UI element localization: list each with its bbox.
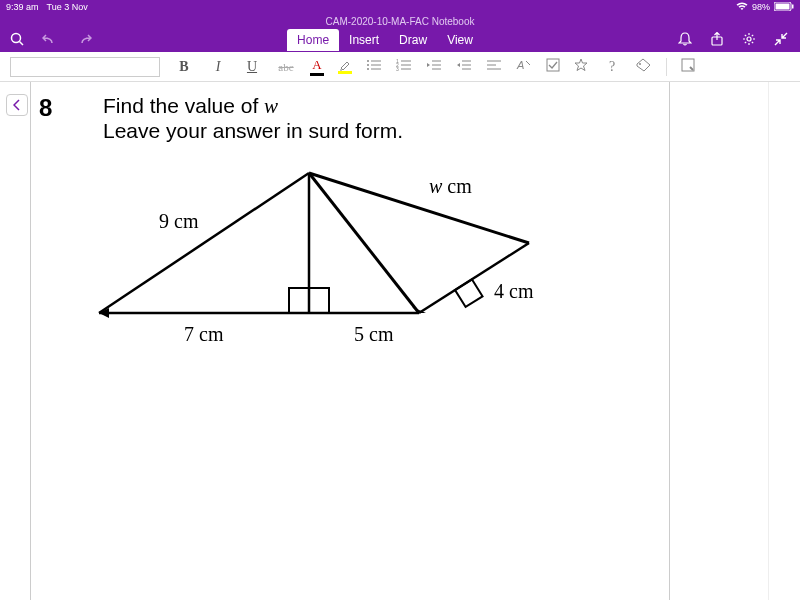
svg-line-33 <box>99 173 309 313</box>
svg-rect-29 <box>547 59 559 71</box>
tag-button[interactable] <box>636 58 652 75</box>
status-time: 9:39 am <box>6 2 39 12</box>
bold-button[interactable]: B <box>174 59 194 75</box>
undo-icon[interactable] <box>42 32 58 49</box>
tab-draw[interactable]: Draw <box>389 29 437 51</box>
document-title-row: CAM-2020-10-MA-FAC Notebook <box>0 14 800 28</box>
svg-point-11 <box>367 68 369 70</box>
label-wcm: w cm <box>429 175 472 197</box>
ipad-status-bar: 9:39 am Tue 3 Nov 98% <box>0 0 800 14</box>
fullscreen-exit-icon[interactable] <box>774 32 788 49</box>
page-options-button[interactable] <box>681 58 695 75</box>
font-color-button[interactable]: A <box>310 57 324 76</box>
svg-rect-1 <box>776 3 790 9</box>
svg-line-35 <box>309 173 529 243</box>
svg-point-9 <box>367 64 369 66</box>
geometry-diagram: 9 cm w cm 4 cm 7 cm 5 cm <box>89 163 661 387</box>
svg-line-34 <box>309 173 419 313</box>
label-4cm: 4 cm <box>494 280 534 302</box>
page-area: 8 Find the value of w Leave your answer … <box>0 82 800 600</box>
outdent-button[interactable] <box>426 58 442 75</box>
strikethrough-button[interactable]: abc <box>276 61 296 73</box>
redo-icon[interactable] <box>76 32 92 49</box>
battery-icon <box>774 2 794 13</box>
highlight-button[interactable] <box>338 59 352 74</box>
underline-button[interactable]: U <box>242 59 262 75</box>
formatting-toolbar: B I U abc A 123 A ? <box>0 52 800 82</box>
svg-rect-2 <box>792 4 794 8</box>
ribbon-tabs: Home Insert Draw View <box>92 29 678 51</box>
highlighter-icon <box>338 59 352 71</box>
bullet-list-button[interactable] <box>366 58 382 75</box>
svg-point-3 <box>12 33 21 42</box>
battery-percent: 98% <box>752 2 770 12</box>
tab-home[interactable]: Home <box>287 29 339 51</box>
app-main-bar: Home Insert Draw View <box>0 28 800 52</box>
favorite-button[interactable] <box>574 58 588 75</box>
question-text: Find the value of w Leave your answer in… <box>103 94 403 143</box>
numbered-list-button[interactable]: 123 <box>396 58 412 75</box>
toolbar-divider <box>666 58 667 76</box>
help-button[interactable]: ? <box>602 59 622 75</box>
question-number: 8 <box>39 94 79 143</box>
tab-view[interactable]: View <box>437 29 483 51</box>
label-9cm: 9 cm <box>159 210 199 232</box>
notebook-page[interactable]: 8 Find the value of w Leave your answer … <box>30 82 670 600</box>
back-button[interactable] <box>6 94 28 116</box>
svg-point-30 <box>639 63 641 65</box>
settings-icon[interactable] <box>742 32 756 49</box>
font-selector[interactable] <box>10 57 160 77</box>
right-margin <box>768 82 800 600</box>
label-5cm: 5 cm <box>354 323 394 345</box>
wifi-icon <box>736 2 748 13</box>
share-icon[interactable] <box>710 32 724 49</box>
tab-insert[interactable]: Insert <box>339 29 389 51</box>
indent-button[interactable] <box>456 58 472 75</box>
svg-line-4 <box>20 41 24 45</box>
chevron-left-icon <box>13 99 21 111</box>
svg-point-7 <box>367 60 369 62</box>
label-7cm: 7 cm <box>184 323 224 345</box>
svg-text:A: A <box>516 59 524 71</box>
svg-rect-39 <box>455 279 483 307</box>
document-title: CAM-2020-10-MA-FAC Notebook <box>326 16 475 27</box>
svg-text:3: 3 <box>396 66 399 72</box>
todo-button[interactable] <box>546 58 560 75</box>
status-date: Tue 3 Nov <box>47 2 88 12</box>
italic-button[interactable]: I <box>208 59 228 75</box>
svg-point-6 <box>747 37 751 41</box>
clear-format-button[interactable]: A <box>516 58 532 75</box>
search-icon[interactable] <box>10 32 24 49</box>
notifications-icon[interactable] <box>678 32 692 49</box>
align-button[interactable] <box>486 58 502 75</box>
